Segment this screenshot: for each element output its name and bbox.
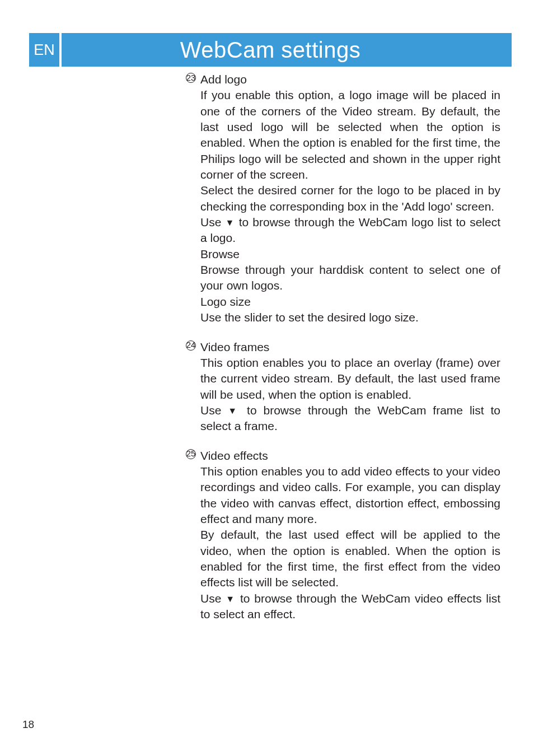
body-paragraph: By default, the last used effect will be… <box>200 527 500 590</box>
language-tab: EN <box>29 33 62 67</box>
callout-number: 23 <box>186 73 196 83</box>
page-title: WebCam settings <box>62 38 512 63</box>
body-paragraph: This option enables you to add video eff… <box>200 464 500 527</box>
section-heading: 23 Add logo <box>200 72 500 87</box>
body-paragraph: This option enables you to place an over… <box>200 355 500 403</box>
callout-number: 25 <box>186 449 196 459</box>
body-paragraph: Use ▼ to browse through the WebCam video… <box>200 591 500 623</box>
heading-text: Add logo <box>200 73 247 86</box>
bold-text: Add logo <box>404 200 451 213</box>
body-paragraph: Use ▼ to browse through the WebCam logo … <box>200 214 500 246</box>
heading-text: Video effects <box>200 449 268 462</box>
down-arrow-icon: ▼ <box>225 218 235 227</box>
text-run: Use <box>200 404 228 417</box>
heading-text: Video frames <box>200 340 269 353</box>
section-video-frames: 24 Video frames This option enables you … <box>200 339 500 435</box>
page-number: 18 <box>22 718 34 731</box>
down-arrow-icon: ▼ <box>226 594 236 604</box>
section-add-logo: 23 Add logo If you enable this option, a… <box>200 72 500 326</box>
text-run: Use <box>200 592 226 605</box>
down-arrow-icon: ▼ <box>228 406 240 416</box>
text-run: Use <box>200 216 225 228</box>
subsection-heading: Logo size <box>200 294 500 310</box>
body-paragraph: Select the desired corner for the logo t… <box>200 183 500 214</box>
body-paragraph: Use ▼ to browse through the WebCam frame… <box>200 403 500 435</box>
callout-number: 24 <box>186 340 196 351</box>
section-heading: 25 Video effects <box>200 448 500 464</box>
body-paragraph: Browse through your harddisk content to … <box>200 262 500 294</box>
subsection-heading: Browse <box>200 246 500 262</box>
text-run: to browse through the WebCam frame list … <box>200 404 500 432</box>
text-run: to browse through the WebCam video effec… <box>200 592 500 620</box>
body-paragraph: Use the slider to set the desired logo s… <box>200 310 500 325</box>
body-paragraph: If you enable this option, a logo image … <box>200 87 500 183</box>
text-run: ' screen. <box>450 200 494 213</box>
text-run: to browse through the WebCam logo list t… <box>200 216 500 244</box>
content-area: 23 Add logo If you enable this option, a… <box>200 72 500 636</box>
header-bar: EN WebCam settings <box>29 33 512 67</box>
section-video-effects: 25 Video effects This option enables you… <box>200 448 500 623</box>
section-heading: 24 Video frames <box>200 339 500 355</box>
